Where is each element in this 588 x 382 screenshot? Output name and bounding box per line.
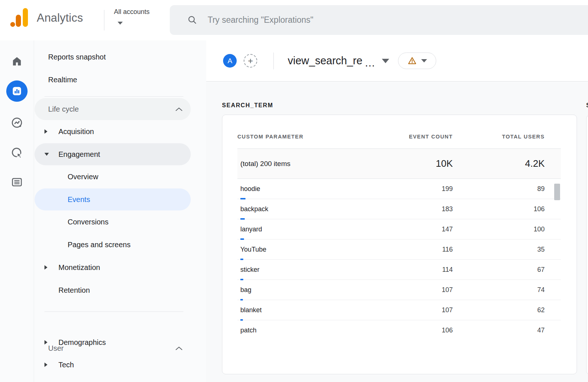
table-row: YouTube 116 35	[237, 239, 561, 260]
row-total-users: 74	[453, 286, 545, 294]
analytics-logo[interactable]: Analytics	[10, 8, 83, 28]
dimension-label: SEARCH_TERM	[222, 102, 588, 109]
nav-label: Monetization	[58, 263, 100, 272]
expand-caret-icon	[44, 363, 47, 367]
table-row: backpack 183 106	[237, 199, 561, 219]
row-param: sticker	[237, 266, 328, 274]
row-total-users: 67	[453, 266, 545, 274]
row-event-count: 106	[328, 327, 453, 334]
table-header-row: CUSTOM PARAMETER EVENT COUNT TOTAL USERS	[237, 115, 561, 149]
nav-monetization[interactable]: Monetization	[35, 257, 191, 278]
chevron-down-icon	[118, 22, 123, 25]
event-dropdown-button[interactable]	[382, 59, 389, 63]
nav-conversions[interactable]: Conversions	[35, 211, 191, 233]
nav-label: Engagement	[58, 150, 100, 159]
row-total-users: 62	[453, 306, 545, 314]
library-icon[interactable]	[11, 176, 23, 188]
advertising-icon[interactable]	[10, 146, 24, 159]
product-name: Analytics	[37, 11, 83, 25]
row-total-users: 106	[453, 205, 545, 213]
table-row: blanket 107 62	[237, 300, 561, 320]
row-total-users: 35	[453, 246, 545, 253]
expand-caret-icon	[44, 265, 47, 270]
reports-icon[interactable]	[6, 80, 28, 102]
column-header-custom-parameter[interactable]: CUSTOM PARAMETER	[237, 134, 328, 140]
nav-divider	[44, 311, 183, 312]
row-param: lanyard	[237, 226, 328, 233]
nav-label: Acquisition	[58, 127, 94, 136]
row-param: patch	[237, 327, 328, 334]
table-row: bag 107 74	[237, 280, 561, 300]
row-total-users: 89	[453, 185, 545, 193]
icon-rail	[0, 40, 34, 382]
nav-label: Retention	[58, 286, 90, 295]
column-header-total-users[interactable]: TOTAL USERS	[453, 134, 545, 140]
totals-event-count: 10K	[328, 158, 453, 169]
event-name-title[interactable]: view_search_re	[288, 55, 362, 67]
nav-overview[interactable]: Overview	[35, 166, 191, 187]
nav-pages-and-screens[interactable]: Pages and screens	[35, 234, 191, 255]
nav-events-selected[interactable]: Events	[35, 188, 191, 210]
toolbar-divider	[273, 53, 274, 69]
nav-acquisition[interactable]: Acquisition	[35, 121, 191, 142]
next-card-sliver	[586, 115, 588, 375]
column-header-event-count[interactable]: EVENT COUNT	[328, 134, 453, 140]
row-event-count: 199	[328, 185, 453, 193]
expand-caret-icon	[44, 129, 47, 134]
table-row: sticker 114 67	[237, 260, 561, 280]
report-nav: Reports snapshot Realtime Life cycle Acq…	[35, 40, 206, 382]
row-param: hoodie	[237, 185, 328, 193]
nav-label: Events	[68, 195, 90, 204]
chevron-down-icon	[382, 59, 389, 63]
nav-tech[interactable]: Tech	[35, 354, 191, 375]
expand-caret-icon	[44, 340, 47, 345]
table-row: patch 106 47	[237, 320, 561, 340]
search-input[interactable]	[208, 15, 502, 25]
title-ellipsis: …	[365, 57, 375, 69]
table-row: lanyard 147 100	[237, 219, 561, 239]
totals-total-users: 4.2K	[453, 158, 545, 169]
nav-label: Tech	[58, 361, 74, 369]
nav-label: Demographics	[58, 338, 106, 347]
row-param: backpack	[237, 205, 328, 213]
row-event-count: 107	[328, 286, 453, 294]
row-event-count: 114	[328, 266, 453, 274]
comparison-avatar[interactable]: A	[223, 54, 237, 68]
search-term-card: CUSTOM PARAMETER EVENT COUNT TOTAL USERS…	[222, 115, 577, 374]
account-picker-label: All accounts	[114, 8, 150, 16]
nav-realtime[interactable]: Realtime	[35, 71, 191, 89]
explore-icon[interactable]	[10, 116, 24, 129]
nav-demographics[interactable]: Demographics	[35, 332, 191, 353]
row-event-count: 147	[328, 226, 453, 233]
nav-label: Conversions	[68, 218, 108, 226]
add-comparison-button[interactable]: +	[244, 54, 257, 68]
row-param: bag	[237, 286, 328, 294]
totals-label: (total) 200 items	[237, 160, 328, 168]
nav-label: Realtime	[48, 76, 77, 84]
nav-retention[interactable]: Retention	[35, 280, 191, 301]
table-totals-row: (total) 200 items 10K 4.2K	[237, 149, 561, 179]
warning-icon	[408, 56, 417, 65]
nav-engagement[interactable]: Engagement	[35, 143, 191, 165]
nav-divider	[44, 96, 183, 97]
table-scrollbar[interactable]	[554, 184, 560, 200]
row-param: blanket	[237, 306, 328, 314]
nav-reports-snapshot[interactable]: Reports snapshot	[35, 48, 191, 66]
account-picker[interactable]: All accounts	[114, 8, 150, 25]
global-search[interactable]	[170, 5, 588, 35]
row-event-count: 116	[328, 246, 453, 253]
row-event-count: 107	[328, 306, 453, 314]
row-total-users: 47	[453, 327, 545, 334]
reports-active-indicator	[6, 80, 28, 102]
data-quality-button[interactable]	[398, 53, 436, 69]
chevron-down-icon	[421, 59, 427, 62]
next-dimension-label: S	[586, 102, 588, 109]
report-toolbar: A + view_search_re …	[206, 40, 588, 82]
nav-section-life-cycle[interactable]: Life cycle	[35, 98, 191, 120]
nav-label: Pages and screens	[68, 241, 130, 249]
home-icon[interactable]	[11, 55, 23, 67]
nav-label: Reports snapshot	[48, 53, 106, 61]
row-total-users: 100	[453, 226, 545, 233]
report-content: SEARCH_TERM CUSTOM PARAMETER EVENT COUNT…	[206, 82, 588, 382]
analytics-logo-icon	[10, 8, 29, 28]
